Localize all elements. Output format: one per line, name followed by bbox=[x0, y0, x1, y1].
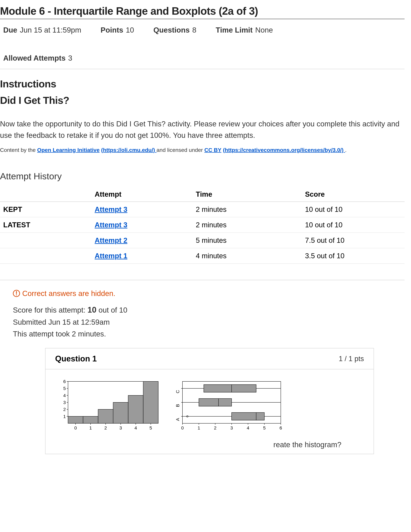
row-label bbox=[0, 248, 93, 264]
meta-timelimit-value: None bbox=[255, 26, 273, 34]
table-row: Attempt 14 minutes3.5 out of 10 bbox=[0, 248, 405, 264]
instructions-body: Now take the opportunity to do this Did … bbox=[0, 118, 405, 141]
svg-text:2: 2 bbox=[214, 426, 217, 430]
meta-timelimit-label: Time Limit bbox=[216, 26, 252, 34]
question-header: Question 1 1 / 1 pts bbox=[46, 348, 374, 369]
svg-text:1: 1 bbox=[198, 426, 200, 430]
svg-text:5: 5 bbox=[149, 426, 152, 430]
table-col-score: Score bbox=[303, 187, 405, 202]
svg-text:C: C bbox=[175, 390, 180, 393]
table-row: KEPTAttempt 32 minutes10 out of 10 bbox=[0, 202, 405, 217]
svg-text:5: 5 bbox=[263, 426, 266, 430]
question-title: Question 1 bbox=[55, 354, 97, 363]
svg-rect-44 bbox=[199, 399, 232, 406]
attempt-link[interactable]: Attempt 3 bbox=[95, 205, 127, 213]
meta-due-value: Jun 15 at 11:59pm bbox=[20, 26, 81, 34]
score-line3: This attempt took 2 minutes. bbox=[13, 328, 405, 340]
svg-text:4: 4 bbox=[134, 426, 137, 430]
svg-text:A: A bbox=[175, 418, 180, 421]
table-col-blank bbox=[0, 187, 93, 202]
license-link-oli[interactable]: Open Learning Initiative bbox=[37, 147, 100, 153]
license-link-oli-url[interactable]: (https://oli.cmu.edu/) bbox=[101, 147, 157, 153]
page-title: Module 6 - Interquartile Range and Boxpl… bbox=[0, 5, 405, 19]
score-line2: Submitted Jun 15 at 12:59am bbox=[13, 316, 405, 328]
svg-rect-3 bbox=[98, 409, 113, 423]
license-link-ccby[interactable]: CC BY bbox=[204, 147, 222, 153]
meta-questions-label: Questions bbox=[153, 26, 190, 34]
svg-text:0: 0 bbox=[181, 426, 184, 430]
svg-text:1: 1 bbox=[63, 414, 66, 419]
row-label bbox=[0, 233, 93, 248]
table-row: Attempt 25 minutes7.5 out of 10 bbox=[0, 233, 405, 248]
meta-attempts: Allowed Attempts 3 bbox=[3, 54, 405, 62]
question-card: Question 1 1 / 1 pts 123456012345 ABC012… bbox=[45, 348, 374, 454]
row-time: 2 minutes bbox=[194, 202, 303, 217]
svg-rect-51 bbox=[204, 384, 256, 392]
attempt-link[interactable]: Attempt 1 bbox=[95, 252, 127, 260]
instructions-subheading: Did I Get This? bbox=[0, 95, 405, 106]
histogram-chart: 123456012345 bbox=[55, 378, 161, 431]
svg-rect-6 bbox=[143, 381, 158, 423]
license-mid: and licensed under bbox=[157, 147, 204, 153]
svg-text:B: B bbox=[175, 404, 180, 407]
svg-text:3: 3 bbox=[120, 426, 122, 430]
hidden-answers-notice: ! Correct answers are hidden. bbox=[13, 289, 405, 298]
license-link-ccby-url[interactable]: (https://creativecommons.org/licenses/by… bbox=[223, 147, 345, 153]
svg-text:5: 5 bbox=[63, 386, 66, 391]
meta-points-value: 10 bbox=[126, 26, 134, 34]
score-summary: Score for this attempt: 10 out of 10 Sub… bbox=[13, 304, 405, 340]
svg-text:1: 1 bbox=[89, 426, 92, 430]
row-score: 10 out of 10 bbox=[303, 217, 405, 233]
svg-text:3: 3 bbox=[230, 426, 233, 430]
meta-attempts-label: Allowed Attempts bbox=[3, 54, 65, 62]
svg-rect-4 bbox=[113, 402, 128, 423]
score-line1-score: 10 bbox=[87, 305, 97, 314]
meta-due: Due Jun 15 at 11:59pm bbox=[3, 26, 81, 34]
meta-points-label: Points bbox=[101, 26, 123, 34]
hidden-answers-text: Correct answers are hidden. bbox=[22, 289, 115, 298]
svg-rect-2 bbox=[83, 416, 98, 423]
score-line1-suffix: out of 10 bbox=[96, 306, 127, 314]
meta-due-label: Due bbox=[3, 26, 17, 34]
score-line1-prefix: Score for this attempt: bbox=[13, 306, 87, 314]
exclamation-icon: ! bbox=[13, 290, 20, 297]
row-score: 3.5 out of 10 bbox=[303, 248, 405, 264]
meta-timelimit: Time Limit None bbox=[216, 26, 273, 34]
svg-rect-1 bbox=[68, 416, 83, 423]
svg-text:6: 6 bbox=[63, 379, 66, 384]
question-trailing-text: reate the histogram? bbox=[55, 440, 364, 449]
row-label: KEPT bbox=[0, 202, 93, 217]
svg-text:3: 3 bbox=[63, 400, 66, 405]
svg-text:2: 2 bbox=[63, 407, 66, 412]
table-row: LATESTAttempt 32 minutes10 out of 10 bbox=[0, 217, 405, 233]
question-body: 123456012345 ABC0123456 reate the histog… bbox=[46, 369, 374, 454]
svg-rect-36 bbox=[232, 413, 264, 420]
meta-questions-value: 8 bbox=[192, 26, 196, 34]
row-time: 5 minutes bbox=[194, 233, 303, 248]
attempt-link[interactable]: Attempt 3 bbox=[95, 221, 127, 229]
svg-text:6: 6 bbox=[280, 426, 282, 430]
svg-text:0: 0 bbox=[74, 426, 77, 430]
row-label: LATEST bbox=[0, 217, 93, 233]
svg-text:2: 2 bbox=[104, 426, 107, 430]
meta-attempts-value: 3 bbox=[68, 54, 72, 62]
meta-points: Points 10 bbox=[101, 26, 134, 34]
attempt-history-heading: Attempt History bbox=[0, 171, 405, 181]
meta-bar: Due Jun 15 at 11:59pm Points 10 Question… bbox=[0, 19, 405, 69]
row-time: 2 minutes bbox=[194, 217, 303, 233]
meta-questions: Questions 8 bbox=[153, 26, 196, 34]
instructions-heading: Instructions bbox=[0, 78, 405, 90]
row-time: 4 minutes bbox=[194, 248, 303, 264]
svg-text:4: 4 bbox=[247, 426, 249, 430]
row-score: 7.5 out of 10 bbox=[303, 233, 405, 248]
row-score: 10 out of 10 bbox=[303, 202, 405, 217]
divider bbox=[0, 280, 405, 280]
question-points: 1 / 1 pts bbox=[339, 355, 364, 363]
license-suffix: . bbox=[345, 147, 346, 153]
attempt-link[interactable]: Attempt 2 bbox=[95, 236, 127, 244]
license-line: Content by the Open Learning Initiative … bbox=[0, 147, 405, 153]
svg-rect-5 bbox=[128, 395, 143, 423]
attempt-history-table: Attempt Time Score KEPTAttempt 32 minute… bbox=[0, 187, 405, 264]
license-prefix: Content by the bbox=[0, 147, 37, 153]
svg-text:4: 4 bbox=[63, 393, 66, 398]
